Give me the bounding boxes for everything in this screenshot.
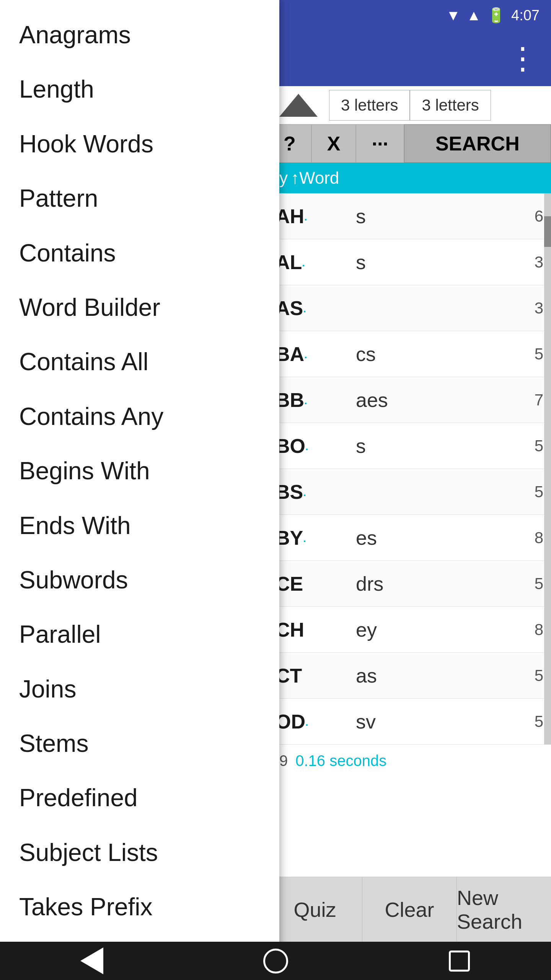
length-min-box[interactable]: 3 letters <box>329 90 410 121</box>
hooks: s <box>352 251 520 274</box>
table-row[interactable]: BA· cs 5 <box>268 331 551 377</box>
table-row[interactable]: CT as 5 <box>268 653 551 699</box>
x-button[interactable]: X <box>311 124 356 163</box>
chevron-up-icon <box>279 94 318 117</box>
score: 7 <box>520 391 543 409</box>
menu-item-parallel[interactable]: Parallel <box>0 607 279 662</box>
search-time: 0.16 seconds <box>295 752 386 769</box>
score: 5 <box>520 483 543 501</box>
table-row[interactable]: BO· s 5 <box>268 423 551 469</box>
back-icon <box>80 947 103 974</box>
scrollbar-track[interactable] <box>544 193 551 745</box>
menu-item-subject-lists[interactable]: Subject Lists <box>0 825 279 880</box>
nav-back-button[interactable] <box>77 946 107 976</box>
menu-item-contains[interactable]: Contains <box>0 226 279 280</box>
menu-item-anagrams[interactable]: Anagrams <box>0 8 279 62</box>
hooks: ey <box>352 618 520 641</box>
word: AL· <box>276 251 352 274</box>
score: 5 <box>520 437 543 455</box>
new-search-button[interactable]: New Search <box>457 877 551 942</box>
table-row[interactable]: AL· s 3 <box>268 239 551 285</box>
battery-icon: 🔋 <box>487 7 505 24</box>
score: 3 <box>520 299 543 317</box>
quiz-button[interactable]: Quiz <box>268 877 362 942</box>
col-label: y <box>279 168 288 188</box>
ellipsis-button[interactable]: ··· <box>356 124 404 163</box>
signal-icon: ▲ <box>466 7 481 24</box>
word: BA· <box>276 343 352 366</box>
hooks: s <box>352 205 520 228</box>
table-row[interactable]: OD· sv 5 <box>268 699 551 745</box>
word: AS· <box>276 297 352 320</box>
table-row[interactable]: AH· s 6 <box>268 193 551 239</box>
content-area: 3 letters 3 letters ? X ··· SEARCH y ↑Wo… <box>268 86 551 942</box>
hooks: sv <box>352 710 520 733</box>
bottom-buttons: Quiz Clear New Search <box>268 877 551 942</box>
nav-recents-button[interactable] <box>444 946 474 976</box>
word: AH· <box>276 205 352 228</box>
menu-item-length[interactable]: Length <box>0 62 279 116</box>
menu-item-ends-with[interactable]: Ends With <box>0 498 279 553</box>
search-button[interactable]: SEARCH <box>404 124 551 163</box>
word: BB· <box>276 389 352 412</box>
table-row[interactable]: CH ey 8 <box>268 607 551 653</box>
score: 8 <box>520 621 543 639</box>
hooks: drs <box>352 572 520 595</box>
menu-item-takes-prefix[interactable]: Takes Prefix <box>0 880 279 934</box>
status-right-icons: ▼ ▲ 🔋 4:07 <box>446 7 540 24</box>
hooks: aes <box>352 389 520 412</box>
menu-item-stems[interactable]: Stems <box>0 716 279 771</box>
time-info: 9 0.16 seconds <box>268 745 551 777</box>
menu-item-hook-words[interactable]: Hook Words <box>0 117 279 171</box>
word: CE <box>276 572 352 595</box>
clear-button[interactable]: Clear <box>362 877 457 942</box>
recents-icon <box>449 951 470 972</box>
score: 8 <box>520 529 543 547</box>
hooks: as <box>352 664 520 687</box>
word: BO· <box>276 434 352 457</box>
scrollbar-thumb[interactable] <box>544 216 551 247</box>
hooks: cs <box>352 343 520 366</box>
menu-item-word-builder[interactable]: Word Builder <box>0 280 279 335</box>
score: 5 <box>520 712 543 731</box>
pattern-row: ? X ··· SEARCH <box>268 124 551 163</box>
score: 6 <box>520 207 543 225</box>
menu-item-predefined[interactable]: Predefined <box>0 771 279 825</box>
clock: 4:07 <box>511 7 540 24</box>
score: 5 <box>520 666 543 685</box>
table-row[interactable]: BY· es 8 <box>268 515 551 561</box>
score: 5 <box>520 575 543 593</box>
results-table: AH· s 6 AL· s 3 AS· 3 BA· cs 5 BB· aes 7… <box>268 193 551 745</box>
word: BY· <box>276 526 352 549</box>
nav-bar <box>0 942 551 980</box>
table-row[interactable]: CE drs 5 <box>268 561 551 607</box>
home-icon <box>263 949 288 973</box>
menu-item-contains-all[interactable]: Contains All <box>0 335 279 389</box>
word: CT <box>276 664 352 687</box>
score: 5 <box>520 345 543 363</box>
menu-item-begins-with[interactable]: Begins With <box>0 444 279 498</box>
nav-home-button[interactable] <box>260 946 291 976</box>
column-header: y ↑Word <box>268 163 551 193</box>
col-sort[interactable]: ↑Word <box>291 168 339 188</box>
menu-item-pattern[interactable]: Pattern <box>0 171 279 225</box>
result-count: 9 <box>279 752 288 769</box>
hooks: es <box>352 526 520 549</box>
word: CH <box>276 618 352 641</box>
search-controls: 3 letters 3 letters <box>268 86 551 124</box>
menu-item-joins[interactable]: Joins <box>0 662 279 716</box>
table-row[interactable]: AS· 3 <box>268 285 551 331</box>
table-row[interactable]: BB· aes 7 <box>268 377 551 423</box>
table-row[interactable]: BS· 5 <box>268 469 551 515</box>
hooks: s <box>352 434 520 457</box>
menu-item-subwords[interactable]: Subwords <box>0 553 279 607</box>
more-options-icon[interactable]: ⋮ <box>507 41 540 76</box>
length-max-box[interactable]: 3 letters <box>410 90 491 121</box>
word: BS· <box>276 480 352 503</box>
menu-item-contains-any[interactable]: Contains Any <box>0 389 279 444</box>
wifi-icon: ▼ <box>446 7 461 24</box>
word: OD· <box>276 710 352 733</box>
dropdown-menu: Anagrams Length Hook Words Pattern Conta… <box>0 0 279 980</box>
score: 3 <box>520 253 543 271</box>
